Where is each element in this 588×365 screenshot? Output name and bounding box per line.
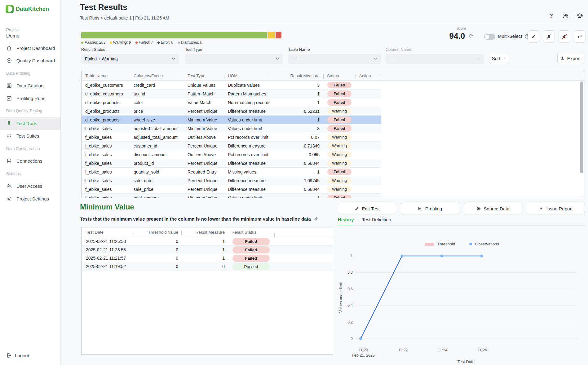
cell-test-type: Required Entry bbox=[184, 169, 224, 174]
accept-button[interactable]: ✓ bbox=[528, 30, 539, 43]
status-badge: Failed bbox=[232, 246, 270, 253]
profiling-button[interactable]: Profiling bbox=[401, 203, 459, 214]
result-row-d_ebike_products-wheel_size[interactable]: d_ebike_productswheel_sizeMinimum ValueV… bbox=[82, 116, 381, 124]
sidebar-item-profiling-runs[interactable]: Profiling Runs bbox=[0, 92, 60, 105]
column-header-columns-focus[interactable]: Columns/Focus bbox=[130, 73, 184, 78]
refresh-icon[interactable]: ⟳ bbox=[469, 33, 473, 39]
filter-select[interactable]: --- bbox=[386, 54, 484, 64]
sidebar-item-connections[interactable]: Connections bbox=[0, 155, 60, 168]
multi-select-toggle[interactable] bbox=[484, 34, 495, 40]
results-progress-bar bbox=[81, 32, 281, 38]
chart-legend-observations[interactable]: Observations bbox=[469, 242, 499, 246]
result-row-f_ebike_sales-total_amount[interactable]: f_ebike_salestotal_amountMinimum ValueVa… bbox=[82, 194, 381, 198]
home-icon bbox=[6, 45, 12, 51]
legend-label: Failed: 7 bbox=[139, 40, 153, 45]
result-row-f_ebike_sales-quantity_sold[interactable]: f_ebike_salesquantity_soldRequired Entry… bbox=[82, 168, 381, 176]
result-row-d_ebike_products-price[interactable]: d_ebike_productspricePercent UniqueDiffe… bbox=[82, 107, 381, 116]
column-header-result-measure[interactable]: Result Measure bbox=[270, 73, 323, 78]
history-table-body: 2025-02-21 11:25:5801Failed2025-02-21 11… bbox=[82, 237, 333, 271]
history-column-header-result-measure[interactable]: Result Measure bbox=[181, 230, 228, 235]
cell-result-measure: 1 bbox=[181, 256, 228, 261]
export-button[interactable]: Export bbox=[557, 53, 583, 64]
tab-test-definition[interactable]: Test Definition bbox=[362, 217, 391, 226]
cell-table-name: f_ebike_sales bbox=[82, 143, 130, 148]
link-icon[interactable] bbox=[313, 216, 319, 222]
filter-label: Column Name bbox=[386, 47, 484, 52]
filter-value: Failed + Warning bbox=[85, 56, 118, 61]
cell-uom: Values under limit bbox=[224, 126, 270, 131]
sidebar-item-quality-dashboard[interactable]: Quality Dashboard bbox=[0, 55, 60, 67]
filter-select[interactable]: Failed + Warning bbox=[81, 54, 179, 64]
sidebar-item-data-catalog[interactable]: Data Catalog bbox=[0, 80, 60, 92]
result-row-f_ebike_sales-customer_id[interactable]: f_ebike_salescustomer_idPercent UniqueDi… bbox=[82, 142, 381, 150]
history-table: Test DateThreshold ValueResult MeasureRe… bbox=[81, 227, 333, 355]
history-row[interactable]: 2025-02-21 11:19:5200Passed bbox=[82, 262, 333, 271]
data-point[interactable] bbox=[400, 255, 403, 257]
data-point[interactable] bbox=[440, 255, 443, 257]
result-row-f_ebike_sales-sale_price[interactable]: f_ebike_salessale_pricePercent UniqueDif… bbox=[82, 185, 381, 194]
test-tube-icon bbox=[6, 121, 12, 126]
history-row[interactable]: 2025-02-21 11:23:5801Failed bbox=[82, 246, 333, 254]
cell-result-measure: 0.52231 bbox=[270, 109, 323, 114]
table-scrollbar-thumb[interactable] bbox=[580, 81, 583, 173]
column-header-action[interactable]: Action bbox=[356, 73, 381, 78]
data-point[interactable] bbox=[359, 337, 362, 340]
cell-result-measure: 0.71349 bbox=[270, 143, 323, 148]
cell-test-type: Unique Values bbox=[184, 83, 224, 88]
rerun-button[interactable]: ↵ bbox=[574, 30, 586, 43]
data-point[interactable] bbox=[480, 255, 483, 257]
chart-legend-threshold[interactable]: Threshold bbox=[425, 242, 455, 246]
column-header-uom[interactable]: UOM bbox=[224, 73, 270, 78]
detail-title: Minimum Value bbox=[80, 203, 134, 211]
reject-button[interactable]: ✗ bbox=[543, 30, 555, 43]
result-row-d_ebike_customers-credit_card[interactable]: d_ebike_customerscredit_cardUnique Value… bbox=[82, 81, 381, 90]
filter-select[interactable]: --- bbox=[185, 54, 283, 64]
history-row[interactable]: 2025-02-21 11:21:5701Failed bbox=[82, 254, 333, 262]
cell-table-name: f_ebike_sales bbox=[82, 169, 130, 174]
cell-test-type: Percent Unique bbox=[184, 187, 224, 192]
table-scrollbar[interactable] bbox=[580, 81, 583, 197]
column-header-test-type[interactable]: Test Type bbox=[184, 73, 224, 78]
history-column-header-result-status[interactable]: Result Status bbox=[228, 230, 274, 235]
result-row-f_ebike_sales-product_id[interactable]: f_ebike_salesproduct_idPercent UniqueDif… bbox=[82, 159, 381, 168]
result-row-f_ebike_sales-adjusted_total_amount[interactable]: f_ebike_salesadjusted_total_amountOutlie… bbox=[82, 133, 381, 142]
history-row[interactable]: 2025-02-21 11:25:5801Failed bbox=[82, 237, 333, 246]
result-row-d_ebike_products-color[interactable]: d_ebike_productscolorValue MatchNon-matc… bbox=[82, 98, 381, 107]
mute-button[interactable] bbox=[559, 30, 570, 43]
status-badge: Warning bbox=[327, 108, 351, 114]
logout-button[interactable]: Logout bbox=[6, 353, 29, 358]
result-row-f_ebike_sales-sale_date[interactable]: f_ebike_salessale_datePercent UniqueDiff… bbox=[82, 176, 381, 185]
result-row-f_ebike_sales-adjusted_total_amount[interactable]: f_ebike_salesadjusted_total_amountMinimu… bbox=[82, 124, 381, 133]
history-column-header-threshold-value[interactable]: Threshold Value bbox=[134, 230, 181, 235]
source-data-button[interactable]: Source Data bbox=[464, 203, 522, 214]
users-menu-icon[interactable] bbox=[562, 12, 569, 19]
sidebar-item-user-access[interactable]: User Access bbox=[0, 180, 60, 193]
cell-test-type: Minimum Value bbox=[184, 117, 224, 122]
toggle-knob bbox=[485, 35, 489, 39]
help-icon[interactable]: ? bbox=[548, 12, 555, 19]
svg-text:Feb 21, 2025: Feb 21, 2025 bbox=[352, 353, 375, 358]
learning-icon[interactable] bbox=[576, 12, 583, 19]
tab-history[interactable]: History bbox=[338, 217, 354, 226]
column-header-table-name[interactable]: Table Name bbox=[82, 73, 130, 78]
download-icon bbox=[539, 206, 544, 211]
edit-test-button[interactable]: Edit Test bbox=[338, 203, 396, 214]
status-badge: Failed bbox=[327, 99, 351, 106]
filter-select[interactable]: --- bbox=[288, 54, 381, 64]
cell-column-focus: wheel_size bbox=[130, 117, 184, 122]
sidebar-item-test-suites[interactable]: Test Suites bbox=[0, 130, 60, 143]
chart-legend-label: Threshold bbox=[437, 242, 455, 246]
sidebar-item-label: Quality Dashboard bbox=[16, 58, 55, 63]
svg-text:Test Date: Test Date bbox=[458, 359, 475, 364]
cell-uom: Missing values bbox=[224, 169, 270, 174]
sidebar-item-project-dashboard[interactable]: Project Dashboard bbox=[0, 42, 60, 55]
sidebar-item-test-runs[interactable]: Test Runs bbox=[0, 117, 60, 130]
result-row-d_ebike_customers-tax_id[interactable]: d_ebike_customerstax_idPattern MatchPatt… bbox=[82, 90, 381, 98]
sort-button[interactable]: Sort bbox=[489, 53, 509, 64]
history-column-header-test-date[interactable]: Test Date bbox=[82, 230, 134, 235]
sidebar-item-project-settings[interactable]: Project Settings bbox=[0, 192, 60, 205]
result-row-f_ebike_sales-discount_amount[interactable]: f_ebike_salesdiscount_amountOutliers Abo… bbox=[82, 150, 381, 159]
cell-result-measure: 0.065 bbox=[270, 152, 323, 157]
issue-report-button[interactable]: Issue Report bbox=[527, 203, 585, 214]
column-header-status[interactable]: Status bbox=[323, 73, 356, 78]
